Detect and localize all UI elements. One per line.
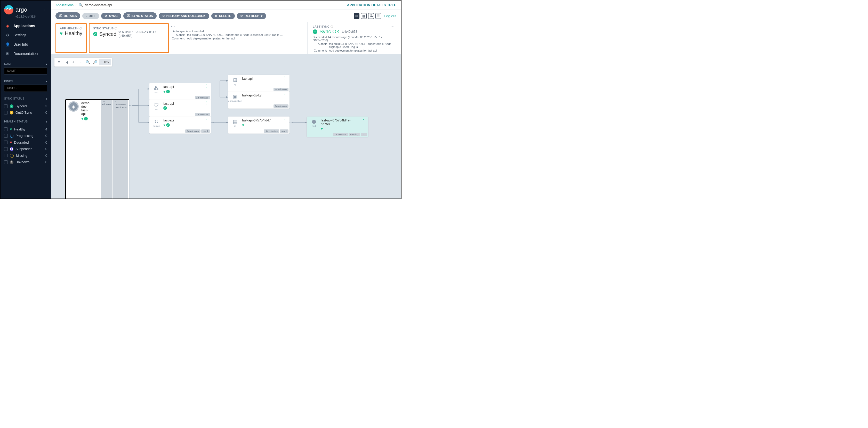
argo-logo-icon [4,5,13,14]
node-menu-icon[interactable]: ⋮ [283,77,287,78]
nav-user-info[interactable]: 👤 User Info [1,40,51,49]
info-icon: ⓘ [59,14,62,18]
synced-icon: ✓ [163,106,167,110]
synced-icon: ✓ [93,32,97,36]
checkbox[interactable] [4,140,8,144]
breadcrumb-bar: Applications / 🔍 demo-dev-fast-api APPLI… [51,1,401,10]
layers-icon: ◈ [5,24,10,28]
synced-icon: ✓ [166,90,170,93]
checkbox[interactable] [4,134,8,138]
view-pods-icon[interactable]: ▦ [361,13,367,19]
progress-icon [10,134,13,138]
sync-status-button[interactable]: ⓘSYNC STATUS [123,12,157,19]
node-pod[interactable]: ⬢pod fast-api-675754fd47-n5758♥ ⋮ 14 min… [307,117,368,137]
info-icon: ◌ [115,27,117,30]
node-menu-icon[interactable]: ⋮ [283,119,287,120]
node-menu-icon[interactable]: ⋮ [93,101,97,103]
chevron-up-icon[interactable]: ▴ [46,80,47,83]
checkbox[interactable] [4,127,8,131]
node-menu-icon[interactable]: ⋮ [362,119,366,120]
node-menu-icon[interactable]: ⋮ [204,119,208,120]
autosync-note: Auto sync is not enabled. [173,30,283,33]
diff-button[interactable]: ▫DIFF [82,13,99,19]
plus-icon[interactable]: ＋ [70,59,76,65]
chevron-up-icon[interactable]: ▴ [46,97,47,100]
logout-link[interactable]: Log out [384,14,396,18]
node-service[interactable]: 🖧svc fast-api♥✓ ⋮ 14 minutes [149,83,211,100]
breadcrumb-root[interactable]: Applications [56,3,73,7]
sync-button[interactable]: ⟳SYNC [101,13,121,19]
breadcrumb-current: demo-dev-fast-api [85,3,112,7]
filter-missing[interactable]: ◯Missing0 [1,152,51,159]
sidebar: argo ← v2.13.2+dc43124 ◈ Applications ⚙ … [1,1,51,199]
zoom-in-icon[interactable]: 🔍 [84,59,91,65]
nav-applications[interactable]: ◈ Applications [1,21,51,30]
node-menu-icon[interactable]: ⋮ [204,102,208,103]
checkbox[interactable] [4,160,8,164]
details-button[interactable]: ⓘDETAILS [56,12,80,19]
filter-degraded[interactable]: ♥Degraded0 [1,139,51,146]
node-serviceaccount[interactable]: 🛡sa fast-api✓ ⋮ 14 minutes [149,100,211,117]
deploy-icon: ↻ [154,119,159,125]
history-rollback-button[interactable]: ↺HISTORY AND ROLLBACK [159,13,209,19]
sync-status-card: SYNC STATUS◌ ✓Syncedto build/0.1.0-SNAPS… [89,23,169,53]
chevron-up-icon[interactable]: ▴ [46,62,47,66]
checkbox[interactable] [4,104,8,108]
status-row: APP HEALTH◌ ♥Healthy SYNC STATUS◌ ✓Synce… [51,22,401,54]
last-sync-time: Succeeded 14 minutes ago (Thu Mar 06 202… [313,36,393,42]
chevron-up-icon[interactable]: ▴ [46,120,47,123]
node-endpointslice[interactable]: ▣endpointslice fast-api-6z4qf ⋮ 14 minut… [228,92,289,108]
filter-progressing[interactable]: Progressing0 [1,133,51,139]
refresh-button[interactable]: ⟳REFRESH ▾ [237,13,266,19]
info-icon: ⓘ [127,14,130,18]
heart-icon: ♥ [163,123,165,127]
health-value: Healthy [65,30,82,36]
filter-suspended[interactable]: ❚❚Suspended0 [1,146,51,152]
filter-synced[interactable]: ✓ Synced 3 [1,103,51,109]
last-sync-value: Sync OK [319,29,340,35]
view-tree-icon[interactable]: ⊞ [354,13,360,19]
main-area: Applications / 🔍 demo-dev-fast-api APPLI… [51,1,401,199]
synced-icon: ✓ [166,123,170,127]
zoom-out-icon[interactable]: 🔎 [92,59,98,65]
nav-documentation[interactable]: 🖥 Documentation [1,49,51,58]
pause-icon: ❚❚ [10,147,13,151]
app-health-card: APP HEALTH◌ ♥Healthy [56,23,87,53]
checkbox[interactable] [4,111,8,114]
endpointslice-icon: ▣ [233,94,238,100]
filter-healthy[interactable]: ♥Healthy4 [1,126,51,133]
view-list-icon[interactable]: ☰ [375,13,381,19]
checkbox[interactable] [4,147,8,151]
filter-out-of-sync[interactable]: ↑ OutOfSync 0 [1,109,51,116]
file-icon: ▫ [86,14,87,18]
node-replicaset[interactable]: ▤rs fast-api-675754fd47♥ ⋮ 14 minutesrev… [228,117,289,134]
more-menu-icon[interactable]: ⋯ [171,24,175,28]
nav-settings[interactable]: ⚙ Settings [1,30,51,40]
node-menu-icon[interactable]: ⋮ [204,85,208,86]
synced-icon: ✓ [10,104,13,108]
page-title: APPLICATION DETAILS TREE [347,3,396,7]
node-deployment[interactable]: ↻deploy fast-api♥✓ ⋮ 14 minutesrev:1 [149,117,211,134]
filter-name-input[interactable] [4,67,47,74]
resource-tree-canvas[interactable]: ≡ ◲ ＋ － 🔍 🔎 100% [51,54,401,199]
node-menu-icon[interactable]: ⋮ [283,94,287,95]
fit-icon[interactable]: ◲ [63,59,69,65]
node-application[interactable]: ◈ demo-dev-fast-api ♥✓ ⋮ 29 minutes2 par… [65,99,129,199]
synced-icon: ✓ [84,117,88,121]
more-menu-icon[interactable]: ⋯ [391,24,395,29]
history-icon: ↺ [162,14,165,18]
node-endpoints[interactable]: ⊞ep fast-api ⋮ 14 minutes [228,75,289,92]
filter-unknown[interactable]: ?Unknown0 [1,159,51,165]
view-network-icon[interactable]: 🖧 [368,13,374,19]
collapse-sidebar-icon[interactable]: ← [42,7,47,13]
delete-button[interactable]: ⊗DELETE [211,13,235,19]
checkbox[interactable] [4,154,8,157]
align-icon[interactable]: ≡ [56,59,62,65]
out-of-sync-icon: ↑ [10,111,13,114]
delete-icon: ⊗ [215,14,218,18]
info-icon: ◌ [80,27,82,30]
filter-kinds-input[interactable] [4,85,47,92]
question-icon: ? [10,160,13,164]
ghost-icon: ◯ [10,154,14,158]
minus-icon[interactable]: － [77,59,84,65]
